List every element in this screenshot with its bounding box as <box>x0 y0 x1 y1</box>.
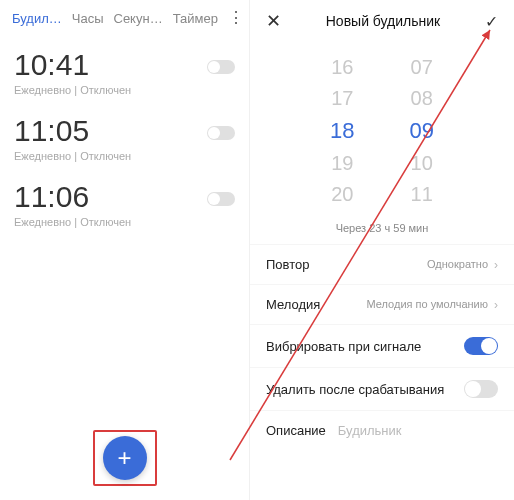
alarm-time: 10:41 <box>14 48 235 82</box>
hour-option-selected[interactable]: 18 <box>330 114 354 148</box>
alarm-row[interactable]: 11:06 Ежедневно | Отключен <box>0 172 249 238</box>
description-placeholder: Будильник <box>338 423 402 438</box>
vibrate-label: Вибрировать при сигнале <box>266 339 464 354</box>
vibrate-toggle[interactable] <box>464 337 498 355</box>
minute-option-selected[interactable]: 09 <box>410 114 434 148</box>
close-icon[interactable]: ✕ <box>266 10 281 32</box>
alarm-sub: Ежедневно | Отключен <box>14 84 235 96</box>
hour-option[interactable]: 16 <box>330 52 354 83</box>
plus-icon: + <box>117 444 131 472</box>
minute-option[interactable]: 07 <box>410 52 434 83</box>
chevron-right-icon: › <box>494 298 498 312</box>
tab-seconds[interactable]: Секун… <box>114 11 163 26</box>
hour-option[interactable]: 19 <box>330 148 354 179</box>
add-alarm-button[interactable]: + <box>103 436 147 480</box>
alarm-toggle[interactable] <box>207 192 235 206</box>
melody-label: Мелодия <box>266 297 367 312</box>
new-alarm-header: ✕ Новый будильник ✓ <box>250 0 514 46</box>
repeat-value: Однократно <box>427 258 488 271</box>
alarm-sub: Ежедневно | Отключен <box>14 150 235 162</box>
alarm-toggle[interactable] <box>207 60 235 74</box>
melody-row[interactable]: Мелодия Мелодия по умолчанию › <box>250 284 514 324</box>
repeat-label: Повтор <box>266 257 427 272</box>
time-until-text: Через 23 ч 59 мин <box>250 222 514 234</box>
repeat-row[interactable]: Повтор Однократно › <box>250 244 514 284</box>
tab-timer[interactable]: Таймер <box>173 11 218 26</box>
tab-alarm[interactable]: Будил… <box>12 11 62 26</box>
confirm-icon[interactable]: ✓ <box>485 12 498 31</box>
alarm-row[interactable]: 10:41 Ежедневно | Отключен <box>0 40 249 106</box>
hour-option[interactable]: 20 <box>330 179 354 210</box>
fab-highlight: + <box>93 430 157 486</box>
melody-value: Мелодия по умолчанию <box>367 298 488 311</box>
tabs: Будил… Часы Секун… Таймер ⋮ <box>0 0 249 40</box>
alarm-time: 11:06 <box>14 180 235 214</box>
vibrate-row: Вибрировать при сигнале <box>250 324 514 367</box>
delete-after-row: Удалить после срабатывания <box>250 367 514 410</box>
chevron-right-icon: › <box>494 258 498 272</box>
alarm-sub: Ежедневно | Отключен <box>14 216 235 228</box>
minute-option[interactable]: 11 <box>410 179 434 210</box>
delete-after-toggle[interactable] <box>464 380 498 398</box>
minute-option[interactable]: 10 <box>410 148 434 179</box>
alarm-toggle[interactable] <box>207 126 235 140</box>
minute-picker[interactable]: 07 08 09 10 11 <box>410 52 434 210</box>
description-row[interactable]: Описание Будильник <box>250 410 514 450</box>
alarm-row[interactable]: 11:05 Ежедневно | Отключен <box>0 106 249 172</box>
time-picker[interactable]: 16 17 18 19 20 07 08 09 10 11 <box>250 46 514 216</box>
hour-picker[interactable]: 16 17 18 19 20 <box>330 52 354 210</box>
fab-wrap: + <box>93 430 157 486</box>
page-title: Новый будильник <box>281 13 485 29</box>
description-label: Описание <box>266 423 326 438</box>
alarm-time: 11:05 <box>14 114 235 148</box>
minute-option[interactable]: 08 <box>410 83 434 114</box>
hour-option[interactable]: 17 <box>330 83 354 114</box>
delete-after-label: Удалить после срабатывания <box>266 382 464 397</box>
tab-clock[interactable]: Часы <box>72 11 104 26</box>
more-icon[interactable]: ⋮ <box>228 10 244 26</box>
